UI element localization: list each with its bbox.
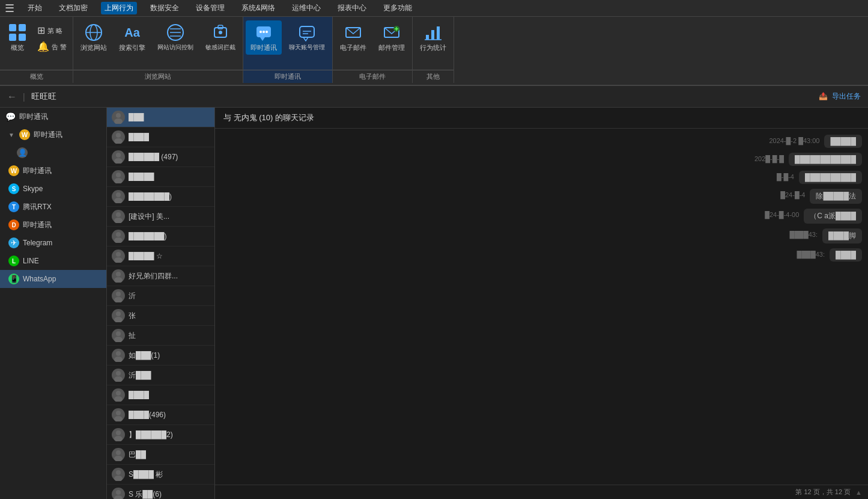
contact-item[interactable]: ████████) — [107, 187, 214, 207]
menu-doc-encrypt[interactable]: 文档加密 — [55, 2, 91, 14]
menu-start[interactable]: 开始 — [24, 2, 46, 14]
ribbon-btn-overview[interactable]: 概览 — [2, 20, 32, 55]
contact-avatar — [112, 388, 125, 402]
contact-item[interactable]: ████(496) — [107, 405, 214, 425]
ribbon-group-other: 行为统计 其他 — [413, 17, 454, 83]
tencent-rtx-icon: T — [8, 201, 19, 212]
contact-item[interactable]: ███ — [107, 108, 214, 127]
alert-icon: 🔔 — [37, 41, 49, 52]
svg-point-39 — [114, 178, 123, 183]
contact-item[interactable]: 张 — [107, 306, 214, 326]
sidebar-item-tencent-rtx[interactable]: T 腾讯RTX — [0, 198, 106, 216]
svg-point-36 — [116, 153, 121, 158]
contact-avatar — [112, 111, 125, 124]
contact-item[interactable]: S████ 彬 — [107, 465, 214, 485]
sidebar-item-telegram[interactable]: ✈ Telegram — [0, 234, 106, 252]
im-mgr-label: 聊天账号管理 — [289, 43, 325, 52]
message-time: ████43: — [790, 228, 818, 238]
contact-avatar — [112, 408, 125, 421]
sidebar-item-im-w2[interactable]: W 即时通讯 — [0, 162, 106, 180]
contact-item[interactable]: ████ — [107, 385, 214, 405]
ribbon-btn-email-mgr[interactable]: 邮件管理 — [374, 20, 410, 55]
contact-item[interactable]: ███████) — [107, 227, 214, 246]
contact-name: 扯 — [129, 331, 136, 341]
app-logo[interactable]: ☰ — [5, 2, 14, 15]
contact-item[interactable]: ██████ (497) — [107, 147, 214, 167]
chat-area: 与 无内鬼 (10) 的聊天记录 2024-█-2 █43:00 █████ 2… — [215, 108, 868, 499]
ribbon-btn-alert[interactable]: 🔔 告 警 — [34, 39, 70, 54]
svg-rect-30 — [437, 26, 440, 40]
svg-point-33 — [114, 118, 123, 124]
contact-item[interactable]: S 乐██(6) — [107, 485, 214, 499]
contact-name: ████████) — [129, 192, 172, 201]
chat-messages: 2024-█-2 █43:00 █████ 202█-█-█ █████████… — [215, 129, 868, 485]
svg-point-70 — [116, 490, 121, 495]
svg-point-58 — [116, 371, 121, 376]
contact-item[interactable]: 沂 — [107, 286, 214, 306]
menu-more-func[interactable]: 更多功能 — [380, 2, 416, 14]
sidebar-item-im-w-account[interactable]: 👤 — [0, 144, 106, 162]
sidebar-item-im-w[interactable]: ▼ W 即时通讯 — [0, 126, 106, 144]
ribbon-btn-im-mgr[interactable]: 聊天账号管理 — [284, 20, 330, 54]
ribbon-btn-sensitive[interactable]: 敏感词拦截 — [201, 20, 240, 54]
menu-data-security[interactable]: 数据安全 — [147, 2, 183, 14]
ribbon-tabs: 概览 ⊞ 第 略 🔔 告 警 概览 — [0, 17, 868, 83]
sensitive-icon — [211, 23, 230, 42]
contact-avatar — [112, 329, 125, 342]
ribbon-btn-im[interactable]: 即时通讯 — [246, 20, 282, 55]
ribbon-btn-access-ctrl[interactable]: 网站访问控制 — [153, 20, 198, 54]
svg-point-62 — [116, 411, 121, 415]
sidebar-item-im3[interactable]: D 即时通讯 — [0, 216, 106, 234]
sidebar-item-skype[interactable]: S Skype — [0, 180, 106, 198]
svg-point-49 — [114, 277, 123, 283]
contact-item[interactable]: █████ — [107, 167, 214, 187]
overview-icon — [8, 23, 27, 42]
strategy-icon: ⊞ — [37, 25, 45, 36]
contact-item[interactable]: ████ — [107, 127, 214, 147]
contact-item[interactable]: █████ ☆ — [107, 246, 214, 266]
contact-item[interactable]: 沂███ — [107, 366, 214, 385]
svg-point-45 — [114, 237, 123, 243]
menu-sys-network[interactable]: 系统&网络 — [238, 2, 279, 14]
ribbon-btn-stats[interactable]: 行为统计 — [415, 20, 451, 55]
export-task-button[interactable]: 📤 导出任务 — [819, 91, 861, 102]
message-time: ████43: — [797, 248, 825, 258]
other-group-label: 其他 — [413, 70, 454, 83]
svg-point-44 — [116, 232, 121, 237]
ribbon-btn-email[interactable]: 电子邮件 — [335, 20, 371, 55]
contact-name: █████ ☆ — [129, 252, 163, 260]
svg-point-57 — [114, 357, 123, 362]
contact-avatar — [112, 150, 125, 164]
menu-device-mgr[interactable]: 设备管理 — [192, 2, 228, 14]
contact-avatar — [112, 289, 125, 302]
svg-point-59 — [114, 376, 123, 382]
menu-ops-center[interactable]: 运维中心 — [288, 2, 324, 14]
menu-report-center[interactable]: 报表中心 — [334, 2, 370, 14]
svg-point-12 — [219, 31, 222, 34]
ribbon: 概览 ⊞ 第 略 🔔 告 警 概览 — [0, 17, 868, 86]
contact-item[interactable]: 】██████2) — [107, 425, 214, 445]
svg-marker-15 — [260, 37, 265, 41]
contact-name: ███ — [129, 113, 144, 121]
back-button[interactable]: ← — [7, 91, 17, 102]
whatsapp-icon: 📱 — [8, 274, 19, 284]
contact-item[interactable]: 好兄弟们四群... — [107, 266, 214, 286]
overview-label: 概览 — [11, 43, 24, 52]
ribbon-btn-browse[interactable]: 浏览网站 — [76, 20, 112, 55]
search-label: 搜索引擎 — [119, 43, 145, 52]
sidebar-item-line[interactable]: L LINE — [0, 252, 106, 270]
svg-point-64 — [116, 430, 121, 435]
sidebar-item-whatsapp[interactable]: 📱 WhatsApp — [0, 270, 106, 288]
search-engine-icon: Aa — [123, 23, 142, 42]
message-bubble: ████ — [830, 248, 862, 262]
contact-item[interactable]: 巴██ — [107, 445, 214, 465]
ribbon-btn-strategy[interactable]: ⊞ 第 略 — [34, 23, 70, 38]
contact-item[interactable]: [建设中] 美... — [107, 207, 214, 227]
contact-name: 沂 — [129, 291, 136, 301]
contact-item[interactable]: 扯 — [107, 326, 214, 346]
menu-web-behavior[interactable]: 上网行为 — [101, 2, 137, 14]
sidebar-item-im-all[interactable]: 💬 即时通讯 — [0, 108, 106, 126]
contact-item[interactable]: 如███(1) — [107, 346, 214, 366]
message-bubble: ████脚 — [822, 228, 862, 243]
ribbon-btn-search[interactable]: Aa 搜索引擎 — [114, 20, 150, 55]
